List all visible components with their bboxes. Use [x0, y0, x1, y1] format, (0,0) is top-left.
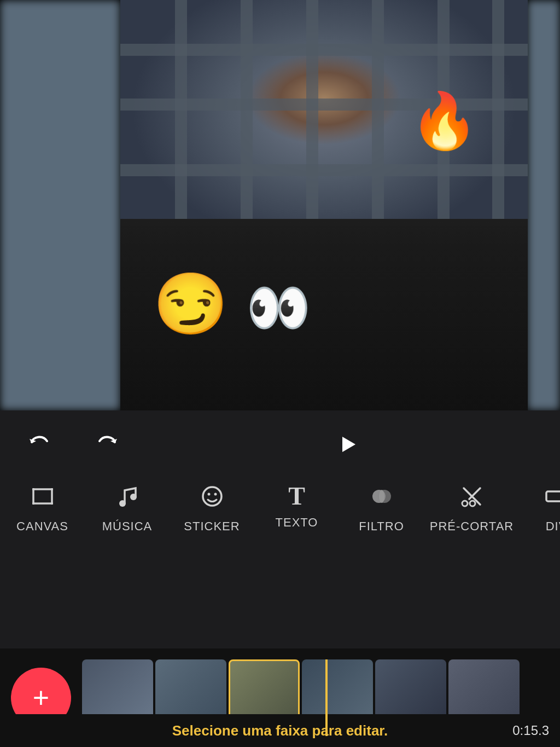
filtro-icon: [369, 484, 394, 513]
svg-point-16: [462, 501, 468, 506]
video-preview: 🔥 😏 👀: [0, 0, 560, 410]
hint-text: Selecione uma faixa para editar.: [0, 722, 560, 739]
svg-point-7: [130, 494, 137, 500]
svg-point-17: [470, 501, 475, 506]
tool-div[interactable]: DIV: [514, 478, 560, 539]
redo-button[interactable]: [95, 432, 119, 456]
fence-bar-h3: [120, 164, 528, 176]
play-button[interactable]: [336, 432, 360, 456]
undo-button[interactable]: [27, 432, 51, 456]
playback-row: [0, 410, 560, 467]
tool-sticker[interactable]: STICKER: [170, 478, 254, 539]
filtro-label: FILTRO: [359, 519, 404, 534]
div-label: DIV: [546, 519, 560, 534]
tool-pre-cortar[interactable]: PRÉ-CORTAR: [429, 478, 514, 539]
musica-label: MÚSICA: [102, 519, 153, 534]
controls-area: CANVAS MÚSICA STICKER: [0, 410, 560, 747]
blur-left-panel: [0, 0, 120, 410]
canvas-icon: [30, 484, 55, 513]
tool-filtro[interactable]: FILTRO: [339, 478, 424, 539]
texto-label: TEXTO: [276, 516, 318, 530]
canvas-label: CANVAS: [16, 519, 68, 534]
texto-icon: T: [288, 484, 305, 509]
svg-rect-2: [32, 488, 34, 490]
sticker-eyes[interactable]: 👀: [246, 282, 311, 334]
div-icon: [544, 484, 561, 513]
svg-rect-4: [32, 502, 34, 505]
sticker-label: STICKER: [184, 519, 240, 534]
musica-icon: [115, 484, 140, 513]
svg-rect-5: [51, 502, 53, 505]
svg-rect-18: [546, 491, 561, 501]
blur-right-panel: [527, 0, 560, 410]
timestamp: 0:15.3: [512, 723, 549, 738]
svg-point-6: [119, 500, 126, 507]
pre-cortar-icon: [459, 484, 485, 513]
pre-cortar-label: PRÉ-CORTAR: [430, 519, 514, 534]
svg-rect-3: [51, 488, 53, 490]
svg-rect-1: [33, 489, 52, 503]
tools-row: CANVAS MÚSICA STICKER: [0, 467, 560, 545]
svg-line-15: [469, 488, 480, 499]
sticker-winking-face[interactable]: 😏: [153, 274, 228, 334]
fence-bar-h1: [120, 44, 528, 56]
svg-point-9: [207, 493, 210, 496]
tool-texto[interactable]: T TEXTO: [254, 478, 339, 535]
tool-canvas[interactable]: CANVAS: [0, 478, 85, 539]
svg-point-8: [203, 487, 221, 506]
bottom-bar: Selecione uma faixa para editar. 0:15.3: [0, 714, 560, 747]
playhead: [325, 659, 328, 736]
sticker-icon: [200, 484, 225, 513]
sticker-fire[interactable]: 🔥: [410, 93, 479, 148]
main-video-area: 🔥 😏 👀: [120, 0, 528, 410]
svg-point-10: [214, 493, 217, 496]
svg-marker-0: [342, 437, 355, 452]
svg-point-13: [379, 490, 384, 503]
tool-musica[interactable]: MÚSICA: [85, 478, 170, 539]
